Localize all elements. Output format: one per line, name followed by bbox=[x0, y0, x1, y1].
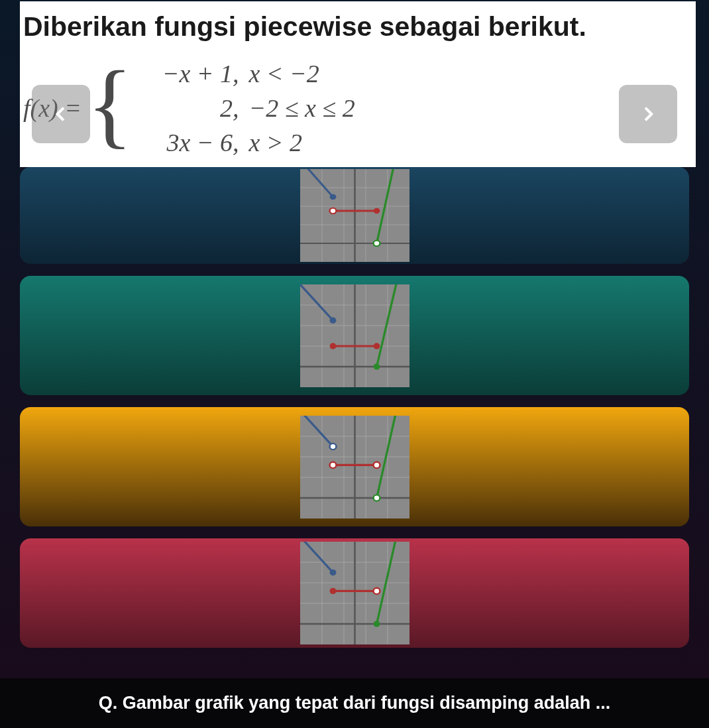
case-row: 2, −2 ≤ x ≤ 2 bbox=[139, 93, 354, 123]
answer-option-a[interactable] bbox=[20, 167, 689, 264]
question-body: Gambar grafik yang tepat dari fungsi dis… bbox=[123, 693, 611, 713]
next-button[interactable] bbox=[619, 85, 677, 143]
case-cond: −2 ≤ x ≤ 2 bbox=[248, 93, 354, 123]
svg-point-30 bbox=[329, 343, 336, 349]
answer-option-c[interactable] bbox=[20, 407, 689, 526]
graph-thumbnail bbox=[300, 169, 409, 262]
case-expr: −x + 1, bbox=[139, 59, 248, 88]
svg-point-62 bbox=[329, 570, 336, 576]
svg-point-31 bbox=[373, 343, 380, 349]
brace: { bbox=[87, 64, 133, 145]
svg-point-14 bbox=[373, 208, 380, 213]
answer-option-d[interactable] bbox=[20, 538, 689, 648]
cases: −x + 1, x < −2 2, −2 ≤ x ≤ 2 3x − 6, x >… bbox=[139, 59, 354, 157]
case-cond: x > 2 bbox=[248, 128, 302, 157]
case-row: −x + 1, x < −2 bbox=[139, 59, 354, 88]
svg-point-65 bbox=[373, 588, 380, 594]
question-panel: Diberikan fungsi piecewise sebagai berik… bbox=[20, 1, 696, 167]
svg-point-11 bbox=[329, 194, 336, 200]
chevron-left-icon bbox=[50, 103, 72, 125]
svg-line-27 bbox=[300, 284, 333, 320]
svg-line-10 bbox=[300, 169, 333, 197]
svg-point-64 bbox=[329, 588, 336, 594]
case-expr: 3x − 6, bbox=[139, 128, 248, 157]
graph-thumbnail bbox=[300, 416, 409, 518]
svg-point-33 bbox=[373, 363, 380, 369]
case-row: 3x − 6, x > 2 bbox=[139, 128, 354, 157]
question-prefix: Q. bbox=[99, 693, 118, 713]
chevron-right-icon bbox=[637, 103, 659, 125]
question-title: Diberikan fungsi piecewise sebagai berik… bbox=[23, 11, 692, 42]
case-cond: x < −2 bbox=[248, 59, 319, 88]
question-text: Q. Gambar grafik yang tepat dari fungsi … bbox=[20, 693, 689, 713]
svg-point-48 bbox=[373, 461, 380, 467]
graph-thumbnail bbox=[300, 542, 409, 644]
prev-button[interactable] bbox=[32, 85, 90, 143]
svg-point-28 bbox=[329, 317, 336, 323]
graph-thumbnail bbox=[300, 284, 409, 387]
case-expr: 2, bbox=[139, 93, 248, 123]
svg-point-67 bbox=[373, 621, 380, 627]
svg-line-44 bbox=[300, 416, 333, 447]
svg-point-13 bbox=[329, 208, 336, 213]
svg-point-45 bbox=[329, 443, 336, 449]
answers-container bbox=[0, 167, 709, 648]
svg-point-47 bbox=[329, 461, 336, 467]
question-footer: Q. Gambar grafik yang tepat dari fungsi … bbox=[0, 678, 709, 728]
svg-point-16 bbox=[373, 241, 380, 246]
svg-line-61 bbox=[300, 542, 333, 573]
piecewise-definition: f(x) = { −x + 1, x < −2 2, −2 ≤ x ≤ 2 3x… bbox=[23, 59, 692, 157]
svg-point-50 bbox=[373, 495, 380, 501]
answer-option-b[interactable] bbox=[20, 276, 689, 395]
